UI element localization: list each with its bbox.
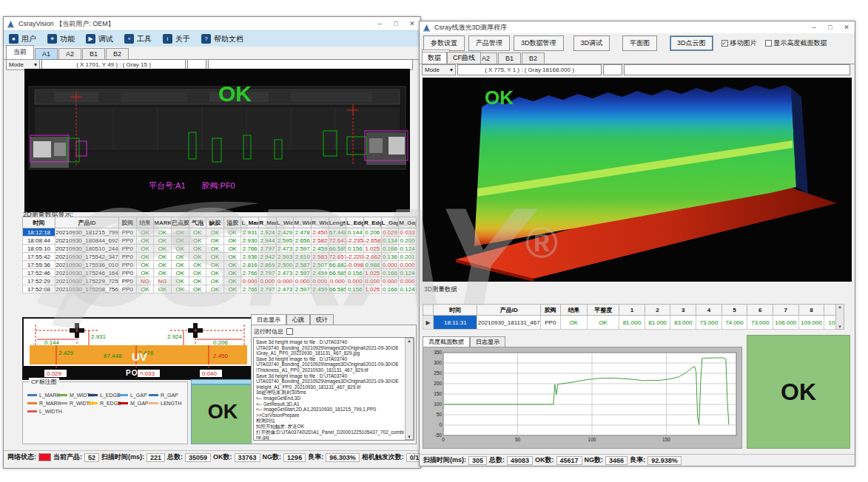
svg-text:100: 100 <box>588 437 596 442</box>
right-tab-3[interactable]: B1 <box>498 52 521 64</box>
menu-item-1[interactable]: ✦功能 <box>47 34 75 44</box>
column-header: 已点胶 <box>171 217 189 228</box>
runtime-info-checkbox[interactable] <box>286 328 293 335</box>
log-tab-0[interactable]: 日志显示 <box>251 314 286 325</box>
toolbar-button-2[interactable]: 3D数据管理 <box>514 35 564 51</box>
status-segment-4: 良率:92.938% <box>630 455 682 465</box>
legend-item-r_edge: R_EDGE <box>88 399 118 407</box>
table-row[interactable]: 17:55:3620210930_175536_010PP0OKOKOKOKOK… <box>23 261 417 269</box>
toolbar-button-4[interactable]: 平面图 <box>622 35 657 51</box>
toolbar-button-3[interactable]: 3D调试 <box>573 35 610 51</box>
close-button[interactable]: ✕ <box>404 18 420 30</box>
toolbar-button-5[interactable]: 3D点云图 <box>670 35 713 51</box>
left-titlebar[interactable]: CsrayVision 【当前用户: OEM】 – □ ✕ <box>4 17 420 30</box>
cell: OK <box>171 245 189 253</box>
cell: 2.459 <box>312 269 329 277</box>
cell: 0.000 <box>346 277 364 285</box>
menu-item-5[interactable]: ?帮助文档 <box>201 34 243 44</box>
toolbar-checkbox-1[interactable]: 显示高度截面数据 <box>765 38 827 48</box>
maximize-button[interactable]: □ <box>822 21 838 33</box>
table-row[interactable]: 17:52:0820210930_175208_756PP0OKOKOKOKOK… <box>23 285 417 293</box>
column-header: 结果 <box>560 305 588 316</box>
legend-swatch <box>88 394 98 396</box>
table-row[interactable]: 17:55:4220210930_175542_347PP0OKOKOKOKOK… <box>23 253 417 261</box>
left-tab-1[interactable]: A1 <box>35 48 58 59</box>
left-tab-3[interactable]: B1 <box>82 48 105 59</box>
legend-item-r_width: R_WIDTH <box>58 399 88 407</box>
cell: 2.610 <box>294 253 312 261</box>
desktop: CsrayVision 【当前用户: OEM】 – □ ✕ ●用户✦功能▶调试+… <box>0 0 868 482</box>
column-header: 溢胶 <box>223 217 241 228</box>
log-tab-2[interactable]: 统计 <box>310 314 334 325</box>
table-row[interactable]: 18:12:1820210930_181215_799PP0OKOKOKOKOK… <box>23 228 417 237</box>
left-tab-0[interactable]: 当前 <box>6 45 34 59</box>
xray-image-viewer[interactable]: OK 平台号:A1 胶阀:PF0 <box>24 69 410 212</box>
table-row[interactable]: 18:08:4420210930_180844_692PP0OKOKOKOKOK… <box>23 237 417 245</box>
close-button[interactable]: ✕ <box>838 21 855 33</box>
heightmap-3d-viewer[interactable]: OK <box>423 78 852 282</box>
menu-item-4[interactable]: i关于 <box>163 34 190 44</box>
cell: PP0 <box>541 316 561 330</box>
log-tab-1[interactable]: 心跳 <box>286 314 310 325</box>
log-textbox[interactable]: Save 3d height image to file : D:\JTA037… <box>253 337 414 441</box>
data-tab-1[interactable]: CF曲线 <box>447 52 481 64</box>
cell: 20210930_175542_347 <box>55 253 119 261</box>
right-titlebar[interactable]: Csray线激光3D测厚程序 – □ ✕ <box>420 21 855 33</box>
svg-text:150: 150 <box>434 391 442 396</box>
column-header: 胶阀 <box>119 217 137 228</box>
chart-tab-1[interactable]: 日志显示 <box>470 336 505 347</box>
cell: 0.000 <box>399 261 417 269</box>
minimize-button[interactable]: – <box>371 18 388 30</box>
cell: 20210930_181131_467 <box>477 316 541 330</box>
function-icon: ✦ <box>47 34 57 44</box>
cell: 2.944 <box>259 237 277 245</box>
legend-title: CF标注图 <box>29 378 59 386</box>
height-profile-plot: -50050100150200250300350050100150 <box>424 348 741 447</box>
table-row[interactable]: 17:52:4620210930_175246_164PP0OKOKOKOKOK… <box>23 269 417 277</box>
table-scrollbar[interactable]: ▲▼ <box>835 304 844 330</box>
cell: -0.098 <box>346 261 364 269</box>
cell: 0.156 <box>346 245 364 253</box>
cell: 1.025 <box>363 245 381 253</box>
svg-text:0: 0 <box>442 437 445 442</box>
left-tab-4[interactable]: B2 <box>106 48 129 59</box>
status-segment-6: 良率:96.303% <box>308 452 360 462</box>
cell: 74.000 <box>721 316 747 330</box>
menu-item-2[interactable]: ▶调试 <box>86 34 113 44</box>
minimize-button[interactable]: – <box>806 21 822 33</box>
maximize-button[interactable]: □ <box>388 18 404 30</box>
table-row[interactable]: 17:52:2920210930_175229_725PP0NGNGOKOKOK… <box>23 277 417 285</box>
toolbar-button-1[interactable]: 产品管理 <box>468 35 510 51</box>
left-tab-2[interactable]: A2 <box>58 48 81 59</box>
cell: 2.583 <box>312 253 329 261</box>
cell: 0.144 <box>346 228 364 237</box>
mode-dropdown[interactable]: Mode▾ <box>422 64 456 75</box>
chart-tab-0[interactable]: 高度截面数据 <box>423 336 470 347</box>
menu-label: 关于 <box>175 34 190 44</box>
table-row[interactable]: 18:05:1020210930_180510_244PP0OKOKOKOKOK… <box>23 245 417 253</box>
cell: 20210930_175246_164 <box>55 269 119 277</box>
cell: 72.657 <box>329 253 346 261</box>
log-scrollbar[interactable]: ▲▼ <box>405 338 414 440</box>
menu-bar: ●用户✦功能▶调试+工具i关于?帮助文档 <box>4 30 420 47</box>
legend-label: LENGTH <box>161 401 181 406</box>
toolbar-checkbox-0[interactable]: ✓移动图片 <box>721 38 757 48</box>
menu-item-3[interactable]: +工具 <box>124 34 152 44</box>
svg-text:50: 50 <box>437 412 443 417</box>
right-tab-4[interactable]: B2 <box>522 52 545 64</box>
column-header: 平整度 <box>588 305 619 316</box>
data-tab-0[interactable]: 数据 <box>422 52 447 64</box>
status-label: 良率: <box>630 455 645 465</box>
cell: OK <box>189 261 206 269</box>
cell: 0.156 <box>346 269 364 277</box>
status-value: 3466 <box>605 456 628 465</box>
cell: 20210930_175229_725 <box>55 277 119 285</box>
heightmap-3d-render: OK <box>423 78 852 282</box>
table-row[interactable]: ▶18:11:3120210930_181131_467PP0OKOK81.00… <box>423 316 844 330</box>
toolbar-button-0[interactable]: 参数设置 <box>423 35 465 51</box>
status-value: 49083 <box>507 456 533 465</box>
menu-item-0[interactable]: ●用户 <box>9 34 36 44</box>
data-tab-strip: 数据CF曲线 <box>422 52 481 64</box>
column-header: L_Edge <box>346 217 364 228</box>
cell: OK <box>223 237 241 245</box>
